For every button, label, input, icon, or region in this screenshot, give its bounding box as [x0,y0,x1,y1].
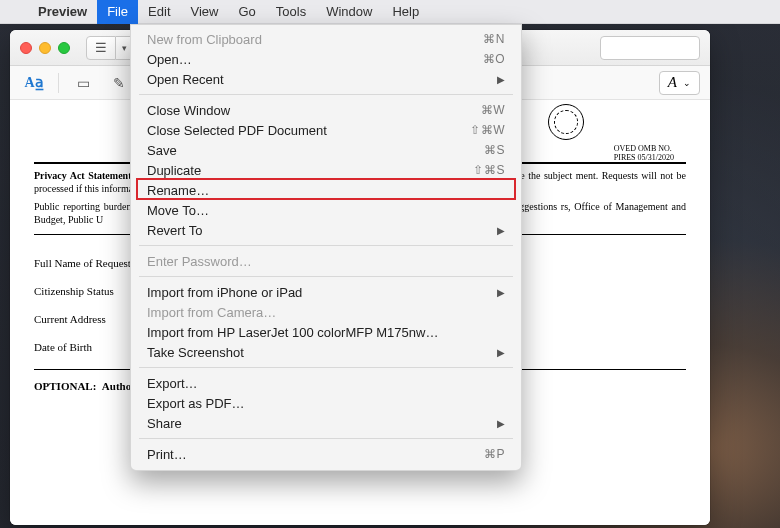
menu-item-rename[interactable]: Rename… [131,180,521,200]
menu-item-export-as-pdf[interactable]: Export as PDF… [131,393,521,413]
menu-item-label: Take Screenshot [147,345,244,360]
menu-item-label: Import from iPhone or iPad [147,285,302,300]
menu-item-new-from-clipboard: New from Clipboard⌘N [131,29,521,49]
chevron-down-icon: ▾ [122,43,127,53]
file-menu-dropdown: New from Clipboard⌘NOpen…⌘OOpen Recent▶C… [130,24,522,471]
menu-item-label: Import from Camera… [147,305,276,320]
menubar-help[interactable]: Help [382,0,429,24]
menubar-file[interactable]: File [97,0,138,24]
sidebar-icon: ☰ [95,40,107,55]
sidebar-toggle-button[interactable]: ☰ [86,36,116,60]
submenu-arrow-icon: ▶ [497,74,505,85]
menu-item-shortcut: ⌘W [481,103,505,117]
menu-item-label: Close Window [147,103,230,118]
menu-item-label: Export as PDF… [147,396,245,411]
menubar-go[interactable]: Go [228,0,265,24]
close-window-button[interactable] [20,42,32,54]
menu-item-label: Export… [147,376,198,391]
menu-item-import-from-iphone-or-ipad[interactable]: Import from iPhone or iPad▶ [131,282,521,302]
submenu-arrow-icon: ▶ [497,418,505,429]
menu-item-shortcut: ⇧⌘S [473,163,505,177]
minimize-window-button[interactable] [39,42,51,54]
zoom-window-button[interactable] [58,42,70,54]
pencil-icon: ✎ [113,75,125,91]
rect-select-tool[interactable]: ▭ [69,71,97,95]
omb-approval-text: OVED OMB NO. PIRES 05/31/2020 [614,144,674,162]
menu-item-revert-to[interactable]: Revert To▶ [131,220,521,240]
menu-item-print[interactable]: Print…⌘P [131,444,521,464]
toolbar-separator [58,73,59,93]
submenu-arrow-icon: ▶ [497,347,505,358]
menu-separator [139,367,513,368]
menu-item-import-from-hp-laserjet-100-colormfp-m175nw[interactable]: Import from HP LaserJet 100 colorMFP M17… [131,322,521,342]
menu-item-close-selected-pdf-document[interactable]: Close Selected PDF Document⇧⌘W [131,120,521,140]
agency-seal-icon [548,104,584,140]
menu-item-label: Open… [147,52,192,67]
menu-item-move-to[interactable]: Move To… [131,200,521,220]
menu-item-take-screenshot[interactable]: Take Screenshot▶ [131,342,521,362]
font-sample-label: A [668,74,677,91]
menu-item-label: Share [147,416,182,431]
rect-select-icon: ▭ [77,75,90,91]
menu-item-save[interactable]: Save⌘S [131,140,521,160]
menu-item-label: Move To… [147,203,209,218]
menu-item-shortcut: ⌘S [484,143,505,157]
menubar-tools[interactable]: Tools [266,0,316,24]
menu-item-open[interactable]: Open…⌘O [131,49,521,69]
traffic-lights [20,42,70,54]
submenu-arrow-icon: ▶ [497,225,505,236]
menu-item-label: Save [147,143,177,158]
menu-item-export[interactable]: Export… [131,373,521,393]
menu-item-enter-password: Enter Password… [131,251,521,271]
menu-item-label: Revert To [147,223,202,238]
font-style-picker[interactable]: A ⌄ [659,71,700,95]
search-field[interactable] [600,36,700,60]
menu-item-shortcut: ⇧⌘W [470,123,505,137]
menu-item-close-window[interactable]: Close Window⌘W [131,100,521,120]
menu-item-shortcut: ⌘O [483,52,505,66]
menu-item-open-recent[interactable]: Open Recent▶ [131,69,521,89]
menu-item-shortcut: ⌘N [483,32,505,46]
menu-separator [139,245,513,246]
menu-item-label: Import from HP LaserJet 100 colorMFP M17… [147,325,438,340]
submenu-arrow-icon: ▶ [497,287,505,298]
view-mode-segment: ☰ ▾ [86,36,134,60]
menubar-window[interactable]: Window [316,0,382,24]
menu-item-import-from-camera: Import from Camera… [131,302,521,322]
menu-item-share[interactable]: Share▶ [131,413,521,433]
chevron-down-icon: ⌄ [683,78,691,88]
menu-item-label: Duplicate [147,163,201,178]
menu-item-label: Enter Password… [147,254,252,269]
menubar-view[interactable]: View [181,0,229,24]
menu-item-label: Rename… [147,183,209,198]
menu-item-label: Print… [147,447,187,462]
menubar-edit[interactable]: Edit [138,0,180,24]
menu-item-label: Open Recent [147,72,224,87]
menu-item-duplicate[interactable]: Duplicate⇧⌘S [131,160,521,180]
menubar-app[interactable]: Preview [28,0,97,24]
menu-separator [139,94,513,95]
sketch-tool[interactable]: ✎ [105,71,133,95]
menu-item-label: Close Selected PDF Document [147,123,327,138]
menu-separator [139,438,513,439]
text-selection-tool[interactable]: Aa̲ [20,71,48,95]
menubar: Preview File Edit View Go Tools Window H… [0,0,780,24]
menu-item-label: New from Clipboard [147,32,262,47]
menu-separator [139,276,513,277]
menu-item-shortcut: ⌘P [484,447,505,461]
